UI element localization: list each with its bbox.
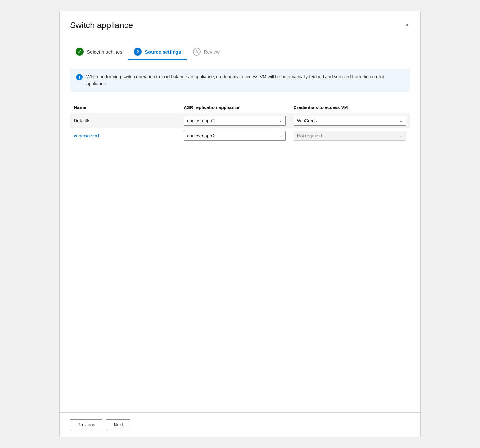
dialog-header: Switch appliance × xyxy=(60,11,420,37)
row-vm1-name: contoso-vm1 xyxy=(70,128,180,144)
dialog-title: Switch appliance xyxy=(70,20,133,30)
step-review-label: Review xyxy=(204,49,220,55)
chevron-down-icon: ⌄ xyxy=(279,134,282,138)
row-vm1-asr-cell: contoso-app2 ⌄ xyxy=(180,128,289,144)
col-header-asr: ASR replication appliance xyxy=(180,102,289,113)
next-button[interactable]: Next xyxy=(106,419,130,430)
dialog-body: ✓ Select machines 2 Source settings 3 Re… xyxy=(60,37,420,412)
chevron-down-icon: ⌄ xyxy=(399,118,403,123)
contoso-vm1-link[interactable]: contoso-vm1 xyxy=(74,133,100,138)
step-source-settings-label: Source settings xyxy=(145,49,181,55)
row-vm1-asr-dropdown[interactable]: contoso-app2 ⌄ xyxy=(184,131,285,141)
table-row-defaults: Defaults contoso-app2 ⌄ WinCreds ⌄ xyxy=(70,113,410,128)
row-defaults-creds-value: WinCreds xyxy=(297,118,317,123)
info-banner: i When performing switch operation to lo… xyxy=(70,69,410,92)
row-defaults-name: Defaults xyxy=(70,113,180,128)
col-header-name: Name xyxy=(70,102,180,113)
row-defaults-asr-cell: contoso-app2 ⌄ xyxy=(180,113,289,128)
row-vm1-creds-cell: Not required ⌄ xyxy=(290,128,410,144)
info-text: When performing switch operation to load… xyxy=(86,74,404,87)
chevron-down-icon: ⌄ xyxy=(399,134,403,138)
row-defaults-creds-dropdown[interactable]: WinCreds ⌄ xyxy=(294,116,406,126)
stepper: ✓ Select machines 2 Source settings 3 Re… xyxy=(70,45,410,60)
row-vm1-creds-value: Not required xyxy=(297,133,322,138)
source-settings-table: Name ASR replication appliance Credentia… xyxy=(70,102,410,143)
step-3-icon: 3 xyxy=(193,48,201,56)
step-select-machines-label: Select machines xyxy=(87,49,122,55)
info-icon: i xyxy=(76,74,83,80)
row-defaults-asr-value: contoso-app2 xyxy=(187,118,215,123)
step-check-icon: ✓ xyxy=(76,48,84,56)
step-review[interactable]: 3 Review xyxy=(187,45,225,60)
row-vm1-creds-dropdown: Not required ⌄ xyxy=(294,131,406,141)
step-2-icon: 2 xyxy=(134,48,142,56)
row-defaults-creds-cell: WinCreds ⌄ xyxy=(290,113,410,128)
step-select-machines[interactable]: ✓ Select machines xyxy=(70,45,128,60)
row-defaults-asr-dropdown[interactable]: contoso-app2 ⌄ xyxy=(184,116,285,126)
col-header-creds: Credentials to access VM xyxy=(290,102,410,113)
dialog-footer: Previous Next xyxy=(60,412,420,437)
row-vm1-asr-value: contoso-app2 xyxy=(187,133,215,138)
table-row-contoso-vm1: contoso-vm1 contoso-app2 ⌄ Not required … xyxy=(70,128,410,144)
switch-appliance-dialog: Switch appliance × ✓ Select machines 2 S… xyxy=(59,11,421,437)
close-button[interactable]: × xyxy=(404,20,410,29)
chevron-down-icon: ⌄ xyxy=(279,118,282,123)
step-source-settings[interactable]: 2 Source settings xyxy=(128,45,187,60)
previous-button[interactable]: Previous xyxy=(70,419,102,430)
